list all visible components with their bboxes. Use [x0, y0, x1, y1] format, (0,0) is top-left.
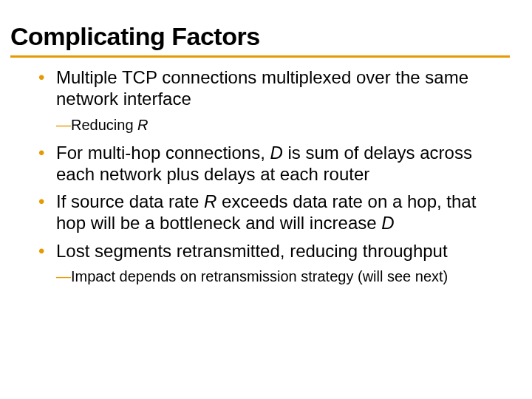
bullet-item: For multi-hop connections, D is sum of d…: [38, 142, 494, 185]
bullet-text: Multiple TCP connections multiplexed ove…: [56, 67, 468, 109]
variable-d: D: [381, 213, 394, 233]
bullet-text: If source data rate: [56, 191, 204, 211]
variable-d: D: [270, 143, 282, 163]
bullet-list: Multiple TCP connections multiplexed ove…: [10, 66, 510, 110]
slide-title: Complicating Factors: [10, 22, 510, 51]
sub-bullet: —Reducing R: [56, 116, 510, 134]
sub-text: Impact depends on retransmission strateg…: [71, 268, 448, 284]
bullet-list: For multi-hop connections, D is sum of d…: [10, 142, 510, 262]
variable-r: R: [204, 191, 216, 211]
bullet-item: Multiple TCP connections multiplexed ove…: [38, 66, 494, 110]
variable-r: R: [137, 117, 148, 133]
slide: Complicating Factors Multiple TCP connec…: [0, 0, 532, 399]
bullet-item: Lost segments retransmitted, reducing th…: [38, 240, 494, 262]
sub-text: Reducing: [71, 117, 137, 133]
bullet-text: Lost segments retransmitted, reducing th…: [56, 241, 448, 261]
title-underline: [10, 55, 510, 58]
sub-bullet: —Impact depends on retransmission strate…: [56, 267, 510, 286]
dash-icon: —: [56, 268, 71, 284]
bullet-item: If source data rate R exceeds data rate …: [38, 191, 494, 234]
dash-icon: —: [56, 117, 71, 133]
bullet-text: For multi-hop connections,: [56, 143, 270, 163]
